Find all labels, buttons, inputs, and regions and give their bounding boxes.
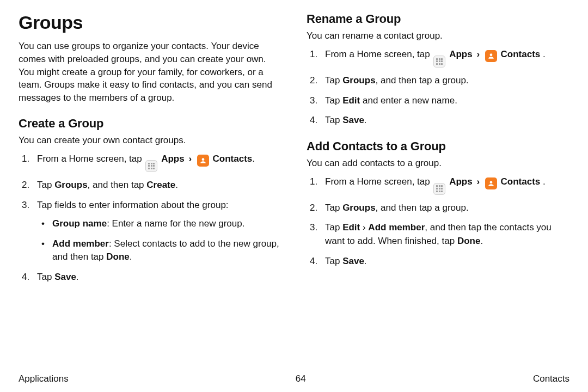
arrow-icon: › xyxy=(187,152,193,166)
apps-icon xyxy=(433,56,445,68)
create-heading: Create a Group xyxy=(19,117,281,131)
create-step-4: Tap Save. xyxy=(19,271,281,284)
step-text: , and then tap xyxy=(88,180,147,190)
arrow-icon: › xyxy=(475,48,481,62)
create-sub-1: Group name: Enter a name for the new gro… xyxy=(37,217,281,231)
add-step-2: Tap Groups, and then tap a group. xyxy=(307,201,569,215)
step-text: Tap xyxy=(325,95,342,106)
rename-step-1: From a Home screen, tap Apps › Contacts … xyxy=(307,48,569,68)
bold-text: Save xyxy=(342,115,364,125)
step-text: Tap xyxy=(37,272,54,282)
footer-right: Contacts xyxy=(533,373,569,384)
bold-text: Edit xyxy=(342,95,360,106)
add-steps: From a Home screen, tap Apps › Contacts … xyxy=(307,175,569,268)
bold-text: Group name xyxy=(52,218,107,229)
bold-text: Done xyxy=(106,252,130,262)
intro-paragraph: You can use groups to organize your cont… xyxy=(19,40,281,105)
add-intro: You can add contacts to a group. xyxy=(307,157,569,170)
step-text: Tap xyxy=(325,256,342,266)
step-text: Tap xyxy=(37,180,54,190)
contacts-label: Contacts xyxy=(501,49,541,59)
arrow-text: › xyxy=(360,222,368,232)
step-text: . xyxy=(480,236,483,246)
step-text: and enter a new name. xyxy=(360,95,457,106)
step-text: . xyxy=(175,180,178,190)
bold-text: Groups xyxy=(342,75,375,85)
step-text: . xyxy=(252,154,255,164)
step-text: From a Home screen, tap xyxy=(37,154,144,164)
step-text: . xyxy=(540,176,545,187)
create-step-1: From a Home screen, tap Apps › Contacts. xyxy=(19,152,281,172)
footer-page-number: 64 xyxy=(296,373,306,384)
bold-text: Groups xyxy=(342,203,375,213)
contacts-label: Contacts xyxy=(501,176,541,187)
left-column: Groups You can use groups to organize yo… xyxy=(19,12,281,369)
add-step-1: From a Home screen, tap Apps › Contacts … xyxy=(307,175,569,195)
step-text: From a Home screen, tap xyxy=(325,49,432,59)
bold-text: Add member xyxy=(368,222,425,232)
bold-text: Done xyxy=(457,236,481,246)
step-text: . xyxy=(364,256,367,266)
page-title: Groups xyxy=(19,12,281,33)
step-text: Tap fields to enter information about th… xyxy=(37,200,229,210)
step-text: Tap xyxy=(325,75,342,85)
bold-text: Save xyxy=(342,256,364,266)
content-columns: Groups You can use groups to organize yo… xyxy=(19,12,569,369)
manual-page: Groups You can use groups to organize yo… xyxy=(0,0,588,392)
rename-heading: Rename a Group xyxy=(307,12,569,26)
step-text: , and then tap a group. xyxy=(376,203,469,213)
bold-text: Save xyxy=(54,272,76,282)
step-text: Tap xyxy=(325,203,342,213)
apps-label: Apps xyxy=(161,154,185,164)
step-text: From a Home screen, tap xyxy=(325,176,432,187)
contacts-icon xyxy=(485,177,497,189)
add-heading: Add Contacts to a Group xyxy=(307,139,569,154)
rename-step-2: Tap Groups, and then tap a group. xyxy=(307,74,569,88)
right-column: Rename a Group You can rename a contact … xyxy=(307,12,569,369)
step-text: . xyxy=(130,252,132,262)
page-footer: Applications 64 Contacts xyxy=(19,369,569,384)
create-intro: You can create your own contact groups. xyxy=(19,134,281,147)
step-text: Tap xyxy=(325,115,342,125)
step-text: : Enter a name for the new group. xyxy=(107,218,244,229)
apps-label: Apps xyxy=(449,176,473,187)
bold-text: Create xyxy=(146,180,175,190)
create-steps: From a Home screen, tap Apps › Contacts.… xyxy=(19,152,281,284)
create-substeps: Group name: Enter a name for the new gro… xyxy=(37,217,281,264)
arrow-icon: › xyxy=(475,175,481,189)
bold-text: Groups xyxy=(54,180,87,190)
apps-label: Apps xyxy=(449,49,473,59)
step-text: Tap xyxy=(325,222,342,232)
footer-left: Applications xyxy=(19,373,69,384)
contacts-icon xyxy=(485,50,497,62)
bold-text: Edit xyxy=(342,222,360,232)
contacts-label: Contacts xyxy=(213,154,253,164)
step-text: , and then tap a group. xyxy=(376,75,469,85)
apps-icon xyxy=(145,160,157,172)
create-step-3: Tap fields to enter information about th… xyxy=(19,199,281,265)
step-text: . xyxy=(364,115,367,125)
step-text: . xyxy=(76,272,79,282)
create-step-2: Tap Groups, and then tap Create. xyxy=(19,179,281,192)
rename-step-3: Tap Edit and enter a new name. xyxy=(307,94,569,108)
rename-intro: You can rename a contact group. xyxy=(307,29,569,42)
create-sub-2: Add member: Select contacts to add to th… xyxy=(37,237,281,264)
add-step-4: Tap Save. xyxy=(307,255,569,268)
rename-step-4: Tap Save. xyxy=(307,114,569,127)
bold-text: Add member xyxy=(52,238,109,249)
rename-steps: From a Home screen, tap Apps › Contacts … xyxy=(307,48,569,127)
apps-icon xyxy=(433,183,445,195)
add-step-3: Tap Edit › Add member, and then tap the … xyxy=(307,221,569,248)
step-text: . xyxy=(540,49,545,59)
contacts-icon xyxy=(197,155,209,167)
